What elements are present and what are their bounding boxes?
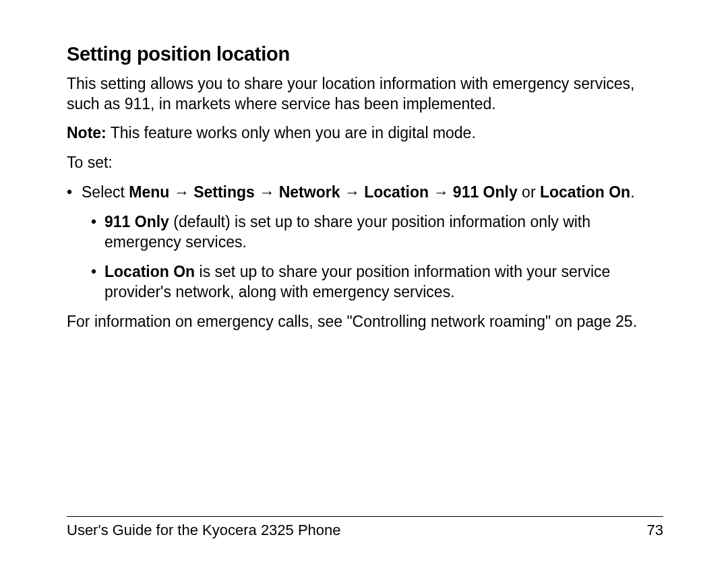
note-text: This feature works only when you are in … (107, 124, 476, 142)
path-911only: 911 Only (453, 183, 518, 201)
to-set-label: To set: (67, 153, 663, 173)
intro-paragraph: This setting allows you to share your lo… (67, 74, 663, 115)
page-footer: User's Guide for the Kyocera 2325 Phone … (67, 516, 663, 540)
footer-doc-title: User's Guide for the Kyocera 2325 Phone (67, 521, 341, 540)
path-settings: Settings (193, 183, 255, 201)
path-location: Location (364, 183, 429, 201)
section-heading: Setting position location (67, 42, 663, 67)
arrow-icon: → (169, 183, 193, 201)
steps-list: Select Menu → Settings → Network → Locat… (67, 183, 663, 302)
cross-reference: For information on emergency calls, see … (67, 312, 663, 332)
path-menu: Menu (129, 183, 169, 201)
note-paragraph: Note: This feature works only when you a… (67, 123, 663, 144)
step-or: or (518, 183, 540, 201)
step-select-word: Select (82, 183, 129, 201)
path-network: Network (279, 183, 340, 201)
substep-item: 911 Only (default) is set up to share yo… (104, 212, 663, 253)
step-period: . (630, 183, 634, 201)
footer-page-number: 73 (647, 521, 663, 540)
arrow-icon: → (255, 183, 279, 201)
note-label: Note: (67, 124, 107, 142)
substep-item: Location On is set up to share your posi… (104, 262, 663, 303)
step-item: Select Menu → Settings → Network → Locat… (82, 183, 663, 302)
substep-911-text: (default) is set up to share your positi… (104, 213, 590, 251)
substep-locon-label: Location On (104, 263, 195, 280)
substep-911-label: 911 Only (104, 213, 169, 230)
path-location-on: Location On (540, 183, 630, 201)
substeps-list: 911 Only (default) is set up to share yo… (82, 212, 663, 303)
arrow-icon: → (429, 183, 453, 201)
arrow-icon: → (340, 183, 364, 201)
